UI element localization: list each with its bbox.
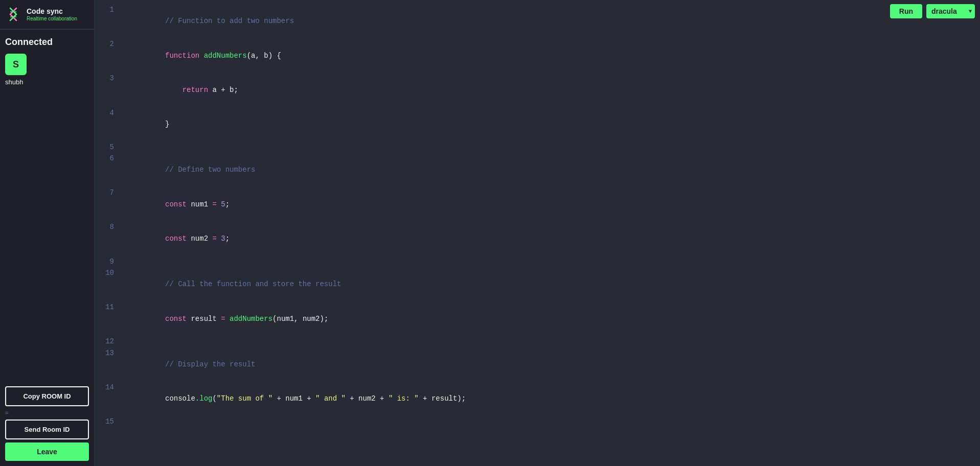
code-line-8: 8 const num2 = 3; [95,221,980,255]
line-number-13: 13 [100,347,114,359]
copy-room-id-button[interactable]: Copy ROOM ID [5,386,89,406]
top-toolbar: Run dracula monokai github solarized [890,4,975,18]
line-content-13: // Display the result [122,347,975,382]
code-line-7: 7 const num1 = 5; [95,187,980,221]
line-content-10: // Call the function and store the resul… [122,267,975,301]
line-number-14: 14 [100,382,114,393]
line-number-8: 8 [100,221,114,232]
code-editor[interactable]: 1 // Function to add two numbers 2 funct… [95,0,980,466]
dna-logo-icon [5,6,21,22]
code-line-4: 4 } [95,107,980,142]
editor-container: Run dracula monokai github solarized 1 /… [95,0,980,466]
svg-rect-0 [5,6,21,22]
line-content-8: const num2 = 3; [122,221,975,255]
line-number-3: 3 [100,73,114,84]
code-line-15: 15 [95,416,980,427]
logo-subtitle: Realtime collaboration [27,16,77,21]
code-line-1: 1 // Function to add two numbers [95,4,980,38]
line-content-1: // Function to add two numbers [122,4,975,38]
code-line-3: 3 return a + b; [95,73,980,107]
code-line-11: 11 const result = addNumbers(num1, num2)… [95,301,980,336]
line-content-7: const num1 = 5; [122,187,975,221]
line-number-1: 1 [100,4,114,15]
line-number-10: 10 [100,267,114,278]
line-number-2: 2 [100,38,114,50]
send-room-id-button[interactable]: Send Room ID [5,420,89,439]
sidebar: Code sync Realtime collaboration Connect… [0,0,95,466]
line-number-6: 6 [100,153,114,164]
theme-selector[interactable]: dracula monokai github solarized [926,4,975,18]
code-line-14: 14 console.log("The sum of " + num1 + " … [95,382,980,416]
logo-title: Code sync [27,7,77,16]
line-number-15: 15 [100,416,114,427]
line-content-2: function addNumbers(a, b) { [122,38,975,73]
line-content-6: // Define two numbers [122,153,975,187]
sidebar-header: Code sync Realtime collaboration [0,0,94,29]
connected-section: Connected S shubh [0,30,94,91]
run-button[interactable]: Run [890,4,922,18]
user-avatar: S [5,54,27,75]
line-content-14: console.log("The sum of " + num1 + " and… [122,382,975,416]
theme-select-wrapper: dracula monokai github solarized [926,4,975,18]
separator-line: = [5,409,89,416]
line-content-3: return a + b; [122,73,975,107]
line-content-11: const result = addNumbers(num1, num2); [122,301,975,336]
sidebar-bottom: Copy ROOM ID = Send Room ID Leave [0,381,94,466]
line-number-7: 7 [100,187,114,198]
connected-label: Connected [5,37,89,48]
app-container: Code sync Realtime collaboration Connect… [0,0,980,466]
line-number-9: 9 [100,256,114,267]
line-content-4: } [122,107,975,142]
code-line-5: 5 [95,142,980,153]
logo-text: Code sync Realtime collaboration [27,7,77,21]
line-number-11: 11 [100,301,114,313]
code-line-6: 6 // Define two numbers [95,153,980,187]
user-name: shubh [5,78,89,86]
code-line-2: 2 function addNumbers(a, b) { [95,38,980,73]
line-number-5: 5 [100,142,114,153]
code-line-13: 13 // Display the result [95,347,980,382]
leave-button[interactable]: Leave [5,442,89,461]
line-number-4: 4 [100,107,114,119]
code-line-10: 10 // Call the function and store the re… [95,267,980,301]
line-number-12: 12 [100,336,114,347]
code-line-12: 12 [95,336,980,347]
code-line-9: 9 [95,256,980,267]
